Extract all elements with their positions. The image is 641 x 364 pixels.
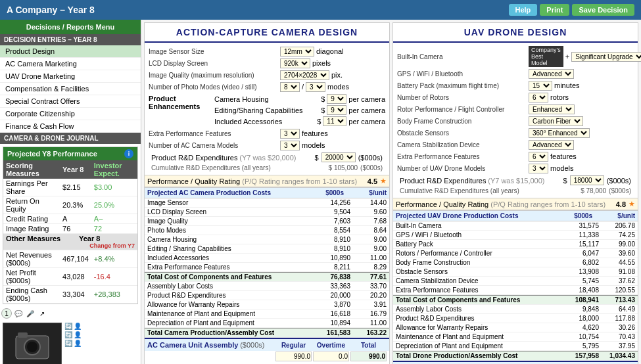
editing-row: Editing/Sharing Capabilities $ 9 per cam…: [214, 104, 385, 116]
photo-modes-row: Number of Photo Modes (video / still) 8 …: [149, 81, 385, 93]
rd-select[interactable]: 20000: [321, 152, 356, 162]
cost-val1: 5,745: [556, 277, 599, 284]
drone-num-models-row: Number of UAV Drone Models 3 models: [397, 162, 634, 174]
gps-value: Advanced: [529, 69, 574, 79]
cum-rd-unit: ($000s): [360, 164, 383, 171]
camera-regular-input[interactable]: [275, 352, 312, 361]
drone-decisions: Built-In Camera Company's Best Model + S…: [393, 43, 638, 198]
drone-rd-select[interactable]: 18000: [570, 175, 604, 185]
notif-4[interactable]: ↗: [37, 308, 47, 319]
cost-row: Body Frame Construction 6,802 44.55: [393, 258, 638, 267]
cost-row: LCD Display Screen 9,504 9.60: [145, 208, 389, 217]
other-y8: 467,104: [60, 250, 91, 268]
battery-select[interactable]: 15: [529, 81, 552, 91]
gps-select[interactable]: Advanced: [529, 69, 574, 79]
rotor-perf-select[interactable]: Enhanced: [529, 104, 575, 114]
scoring-y8: $2.15: [60, 179, 91, 196]
cost-label: Battery Pack: [396, 240, 556, 248]
company-tag: Company's Best Model: [529, 46, 563, 67]
camera-assembly-data: 990.0: [275, 352, 387, 361]
camera-housing-label: Camera Housing: [214, 95, 319, 103]
extra-perf-select[interactable]: 3: [280, 129, 300, 139]
image-sensor-select[interactable]: 12mm: [280, 47, 314, 57]
cost-label: Image Sensor: [147, 199, 308, 206]
camera-housing-select[interactable]: 9: [327, 94, 346, 104]
cost-row: Battery Pack 15,117 99.00: [393, 240, 638, 249]
photo-modes-select2[interactable]: 3: [306, 82, 325, 92]
cost-val2: 8.29: [350, 263, 387, 271]
drone-extra-perf-row: Extra Performance Features 6 features: [397, 150, 634, 162]
camera-assembly-cols: Regular Overtime Total: [275, 341, 387, 349]
sidebar-item[interactable]: Corporate Citizenship: [0, 108, 141, 120]
cost-val2: 44.55: [599, 259, 635, 266]
sidebar-item[interactable]: Compensation & Facilities: [0, 83, 141, 95]
cum-rd-label: Cumulative R&D Expenditures (all years): [151, 164, 326, 171]
obstacle-value: 360° Enhanced: [529, 128, 590, 138]
image-quality-select[interactable]: 2704×2028: [280, 70, 329, 80]
cost-val2: 39.60: [599, 250, 635, 257]
person3-icon[interactable]: 👤: [74, 340, 82, 347]
drone-cost-header: Projected UAV Drone Production Costs $00…: [393, 210, 638, 221]
cost-val1: 31,575: [556, 222, 599, 229]
editing-select[interactable]: 9: [327, 105, 346, 115]
camera-panel: Action-Capture Camera Design Image Senso…: [144, 22, 390, 364]
refresh-icon[interactable]: 🔄: [64, 323, 72, 330]
refresh2-icon[interactable]: 🔄: [64, 331, 72, 338]
enhancements-sublabel: Enhancements: [149, 102, 200, 110]
header-buttons: Help Print Save Decision: [509, 4, 635, 16]
cost-label: Maintenance of Plant and Equipment: [396, 333, 556, 340]
save-button[interactable]: Save Decision: [572, 4, 634, 16]
cost-label: LCD Display Screen: [147, 208, 308, 216]
accessories-select[interactable]: 11: [323, 116, 346, 126]
cost-row: Camera Housing 8,910 9.00: [145, 235, 389, 244]
camera-col1: $000s: [301, 189, 344, 196]
sidebar-item[interactable]: AC Camera Marketing: [0, 58, 141, 70]
other-y8: 43,028: [60, 268, 91, 286]
refresh3-icon[interactable]: 🔄: [64, 340, 72, 347]
sidebar-item[interactable]: Product Design: [0, 45, 141, 58]
cost-row: Assembly Labor Costs 9,848 64.49: [393, 305, 638, 314]
notif-2[interactable]: 💬: [13, 308, 24, 319]
sidebar-item[interactable]: Special Contract Offers: [0, 95, 141, 108]
person-icon[interactable]: 👤: [74, 323, 82, 330]
cost-row: Depreciation of Plant and Equipment 10,8…: [145, 319, 389, 328]
cost-label: Product R&D Expenditures: [147, 292, 308, 299]
print-button[interactable]: Print: [540, 4, 569, 16]
drone-extra-perf-select[interactable]: 6: [529, 152, 548, 162]
sidebar-item[interactable]: Finance & Cash Flow: [0, 120, 141, 133]
camera-overtime-input[interactable]: [313, 352, 349, 361]
lcd-row: LCD Display Screen 920k pixels: [149, 57, 385, 69]
sidebar-item[interactable]: UAV Drone Marketing: [0, 70, 141, 83]
obstacle-select[interactable]: 360° Enhanced: [529, 128, 590, 138]
cost-row: Obstacle Sensors 13,908 91.08: [393, 267, 638, 277]
image-quality-row: Image Quality (maximum resolution) 2704×…: [149, 69, 385, 81]
help-button[interactable]: Help: [509, 4, 538, 16]
drone-num-models-select[interactable]: 3: [529, 164, 548, 173]
cost-val1: 6,802: [556, 259, 599, 266]
notif-3[interactable]: 🎤: [25, 308, 36, 319]
body-frame-select[interactable]: Carbon Fiber: [529, 116, 583, 126]
cost-val2: 9.60: [350, 208, 387, 216]
cost-row: Product R&D Expenditures 18,000 117.88: [393, 314, 638, 323]
rotors-select[interactable]: 6: [529, 93, 548, 102]
accessories-unit: per camera: [348, 118, 385, 125]
built-in-select[interactable]: Significant Upgrade: [571, 52, 641, 62]
info-icon[interactable]: i: [124, 149, 133, 158]
cost-val2: 7.68: [350, 217, 387, 225]
person2-icon[interactable]: 👤: [74, 331, 82, 338]
cost-label: Extra Performance Features: [147, 263, 308, 271]
photo-modes-select1[interactable]: 8: [280, 82, 300, 92]
camera-stab-select[interactable]: Advanced: [529, 140, 574, 150]
scoring-y8: A: [60, 214, 91, 224]
enhancements-block: Product Enhancements Camera Housing $ 9 …: [149, 93, 385, 127]
notif-1[interactable]: 1: [1, 308, 12, 319]
lcd-select[interactable]: 920k: [280, 58, 310, 68]
drone-num-models-value: 3 models: [529, 164, 573, 173]
plus-sign: +: [565, 53, 569, 60]
sidebar-section2-header: CAMERA & DRONE JOURNAL: [0, 133, 141, 144]
camera-assembly-empty: [147, 352, 275, 361]
cum-rd-row: Cumulative R&D Expenditures (all years) …: [149, 164, 385, 172]
drone-extra-perf-label: Extra Performance Features: [397, 153, 529, 160]
lcd-value: 920k pixels: [280, 58, 331, 68]
num-models-select[interactable]: 3: [280, 141, 300, 150]
